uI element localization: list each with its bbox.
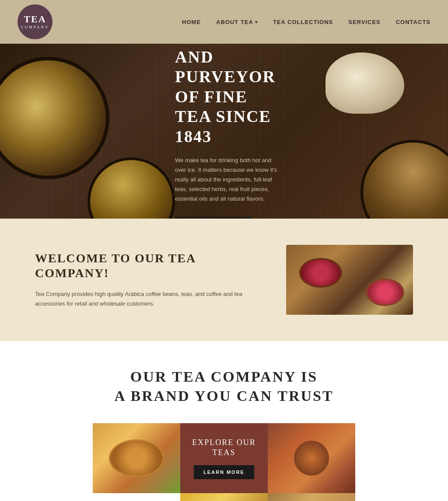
hero-content: IMPORTER AND PURVEYOR OF FINE TEA SINCE … <box>0 44 306 219</box>
main-nav: HOME ABOUT TEA ▾ TEA COLLECTIONS SERVICE… <box>182 19 430 25</box>
welcome-title: WELCOME TO OUR TEA COMPANY! <box>35 251 260 280</box>
header: TEA COMPANY HOME ABOUT TEA ▾ TEA COLLECT… <box>0 0 448 44</box>
nav-contacts[interactable]: CONTACTS <box>396 19 430 25</box>
discover-button[interactable]: DISCOVER NOW <box>175 217 252 219</box>
welcome-image <box>286 245 413 315</box>
explore-box: EXPLORE OUR TEAS LEARN MORE <box>180 423 268 493</box>
logo[interactable]: TEA COMPANY <box>18 4 52 39</box>
explore-title: EXPLORE OUR TEAS <box>180 438 268 458</box>
welcome-section: WELCOME TO OUR TEA COMPANY! Tea Company … <box>0 219 448 341</box>
about-dropdown-arrow: ▾ <box>255 20 258 24</box>
tea-image-3 <box>180 493 268 501</box>
tea-image-1 <box>93 423 180 493</box>
logo-tea-text: TEA <box>24 14 46 24</box>
learn-more-button[interactable]: LEARN MORE <box>194 465 254 479</box>
brand-section: OUR TEA COMPANY IS A BRAND YOU CAN TRUST… <box>0 341 448 501</box>
nav-services[interactable]: SERVICES <box>348 19 381 25</box>
tea-image-4 <box>268 493 355 501</box>
tea-image-2 <box>268 423 355 493</box>
logo-company-text: COMPANY <box>21 25 49 29</box>
nav-about-tea[interactable]: ABOUT TEA ▾ <box>216 19 258 25</box>
nav-tea-collections[interactable]: TEA COLLECTIONS <box>273 19 333 25</box>
welcome-text: WELCOME TO OUR TEA COMPANY! Tea Company … <box>35 251 260 308</box>
welcome-description: Tea Company provides high quality Arabic… <box>35 289 260 309</box>
brand-title: OUR TEA COMPANY IS A BRAND YOU CAN TRUST <box>18 367 430 406</box>
hero-section: IMPORTER AND PURVEYOR OF FINE TEA SINCE … <box>0 44 448 219</box>
brand-grid-top: EXPLORE OUR TEAS LEARN MORE OUR MISSION … <box>93 423 355 501</box>
nav-home[interactable]: HOME <box>182 19 201 25</box>
hero-title: IMPORTER AND PURVEYOR OF FINE TEA SINCE … <box>175 44 280 147</box>
hero-description: We make tea for drinking both hot and ov… <box>175 156 280 204</box>
mission-box: OUR MISSION Our product is people who sh… <box>93 493 180 501</box>
